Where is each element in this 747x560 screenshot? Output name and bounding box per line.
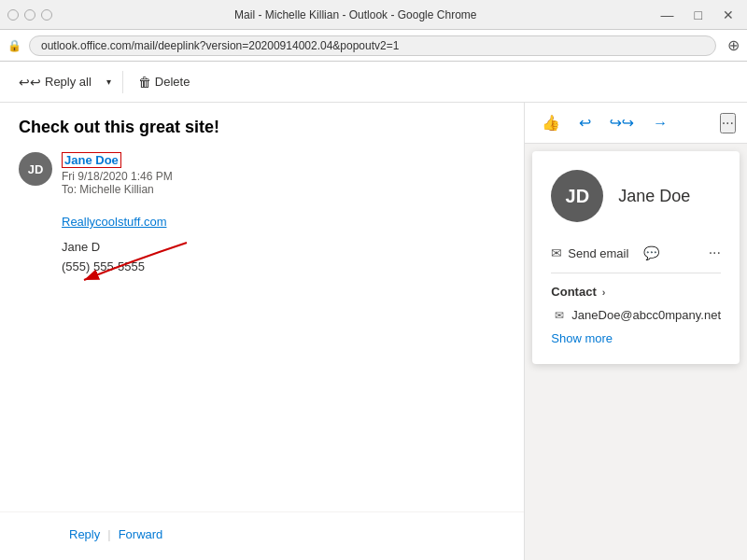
email-datetime: Fri 9/18/2020 1:46 PM [62, 170, 505, 183]
contact-avatar: JD [551, 170, 603, 222]
email-actions: Reply | Forward [0, 511, 524, 560]
contact-header: JD Jane Doe [551, 170, 721, 222]
security-lock-icon: 🔒 [7, 39, 21, 52]
reply-button[interactable]: Reply [62, 524, 107, 545]
contact-email-row: ✉ JaneDoe@abcc0mpany.net [551, 308, 721, 322]
envelope-icon: ✉ [551, 245, 562, 260]
email-header: JD Jane Doe Fri 9/18/2020 1:46 PM To: Mi… [0, 145, 524, 203]
right-toolbar: 👍 ↩ ↩↩ → ··· [525, 103, 747, 144]
thumbsup-button[interactable]: 👍 [536, 110, 566, 135]
reply-all-label: Reply all [45, 75, 92, 89]
reply-all-chevron[interactable]: ▾ [103, 71, 115, 92]
toolbar-divider [122, 71, 123, 93]
contact-section-label: Contact [551, 285, 596, 299]
to-label: To: [62, 183, 77, 196]
email-subject: Check out this great site! [0, 103, 524, 145]
forward-button[interactable]: Forward [111, 524, 171, 545]
browser-title: Mail - Michelle Killian - Outlook - Goog… [63, 8, 648, 21]
contact-email-icon: ✉ [555, 309, 564, 322]
app-container: ↩↩ Reply all ▾ 🗑 Delete Check out this g… [0, 62, 747, 560]
address-input[interactable]: outlook.office.com/mail/deeplink?version… [29, 35, 716, 56]
window-close-btn[interactable]: ✕ [717, 6, 740, 24]
email-body: Reallycoolstuff.com Jane D (555) 555-555… [0, 203, 524, 504]
show-more-button[interactable]: Show more [551, 331, 613, 345]
reply-all-button[interactable]: ↩↩ Reply all [11, 69, 99, 95]
email-toolbar: ↩↩ Reply all ▾ 🗑 Delete [0, 62, 747, 103]
close-control[interactable] [41, 9, 52, 21]
new-tab-icon[interactable]: ⊕ [727, 36, 740, 54]
sender-avatar: JD [19, 152, 52, 186]
contact-name: Jane Doe [618, 187, 690, 206]
contact-actions: ✉ Send email 💬 ··· [551, 237, 721, 273]
reply-all-icon-button[interactable]: ↩↩ [604, 110, 640, 135]
traffic-lights [7, 9, 52, 21]
signature-line2: (555) 555-5555 [62, 258, 505, 277]
maximize-control[interactable] [24, 9, 35, 21]
email-meta: Jane Doe Fri 9/18/2020 1:46 PM To: Miche… [62, 152, 505, 196]
send-email-button[interactable]: ✉ Send email [551, 245, 628, 260]
email-signature: Jane D (555) 555-5555 [62, 238, 505, 277]
window-maximize-btn[interactable]: □ [689, 6, 708, 24]
delete-label: Delete [155, 75, 190, 89]
forward-icon-button[interactable]: → [647, 111, 673, 135]
to-recipient: Michelle Killian [79, 183, 153, 196]
minimize-control[interactable] [7, 9, 19, 21]
email-link[interactable]: Reallycoolstuff.com [62, 215, 505, 229]
contact-section-header[interactable]: Contact › [551, 285, 721, 299]
sender-name[interactable]: Jane Doe [62, 152, 121, 168]
chat-button[interactable]: 💬 [643, 245, 659, 260]
reply-icon-button[interactable]: ↩ [573, 110, 597, 135]
contact-email-address: JaneDoe@abcc0mpany.net [571, 308, 721, 322]
contact-popup: JD Jane Doe ✉ Send email 💬 ··· Contact › [532, 151, 740, 364]
delete-icon: 🗑 [138, 75, 151, 90]
chat-icon: 💬 [643, 245, 659, 260]
delete-button[interactable]: 🗑 Delete [131, 69, 198, 95]
section-chevron-icon: › [602, 287, 606, 298]
right-panel: 👍 ↩ ↩↩ → ··· JD Jane Doe ✉ Send email [525, 103, 747, 560]
browser-titlebar: Mail - Michelle Killian - Outlook - Goog… [0, 0, 747, 30]
reply-all-icon: ↩↩ [19, 75, 41, 90]
browser-window-controls: — □ ✕ [655, 6, 740, 24]
chevron-icon: ▾ [106, 77, 111, 87]
main-area: Check out this great site! JD Jane Doe F… [0, 103, 747, 560]
email-reading-pane: Check out this great site! JD Jane Doe F… [0, 103, 525, 560]
email-to: To: Michelle Killian [62, 183, 505, 196]
window-minimize-btn[interactable]: — [655, 6, 680, 24]
more-options-button[interactable]: ··· [720, 113, 736, 133]
send-email-label: Send email [568, 246, 628, 260]
signature-line1: Jane D [62, 238, 505, 258]
contact-more-icon[interactable]: ··· [709, 245, 721, 261]
browser-addressbar: 🔒 outlook.office.com/mail/deeplink?versi… [0, 30, 747, 62]
